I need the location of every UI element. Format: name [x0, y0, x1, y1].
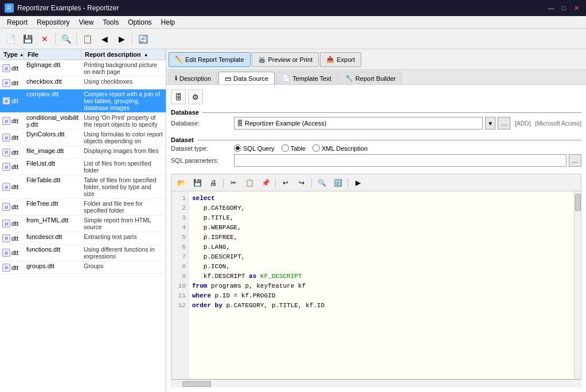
sql-separator-3	[311, 178, 312, 187]
database-section: Database Database: 🗄 Reportizer Example …	[171, 109, 581, 132]
tab-template-text[interactable]: 📄 Template Text	[276, 72, 338, 84]
title-bar: R Reportizer Examples - Reportizer — □ ✕	[0, 0, 586, 16]
tab-report-builder[interactable]: 🔧 Report Builder	[339, 72, 402, 84]
list-item[interactable]: ddtt DynColors.dtt Using formulas to col…	[0, 130, 166, 146]
forward-button[interactable]: ▶	[114, 31, 130, 47]
list-item[interactable]: ddtt groups.dtt Groups	[0, 261, 166, 274]
sql-params-btn[interactable]: …	[569, 154, 581, 167]
list-item[interactable]: ddtt BgImage.dtt Printing background pic…	[0, 60, 166, 77]
new-button[interactable]: 📄	[2, 31, 18, 47]
dtt-icon: d	[2, 148, 10, 156]
copy-button[interactable]: 📋	[79, 31, 95, 47]
sql-redo-button[interactable]: ↪	[294, 177, 309, 189]
delete-button[interactable]: ✕	[37, 31, 53, 47]
scrollbar-thumb[interactable]	[575, 194, 581, 211]
dtt-icon: d	[2, 64, 10, 72]
list-item[interactable]: ddtt funcdescr.dtt Extracting text parts	[0, 232, 166, 245]
app-icon: R	[5, 3, 14, 13]
file-list: ddtt BgImage.dtt Printing background pic…	[0, 60, 166, 392]
sql-cut-button[interactable]: ✂	[226, 177, 241, 189]
back-button[interactable]: ◀	[96, 31, 112, 47]
database-combo[interactable]: 🗄 Reportizer Example (Access)	[234, 117, 483, 130]
preview-print-button[interactable]: 🖨️ Preview or Print	[252, 52, 319, 67]
sql-params-input[interactable]	[234, 154, 567, 167]
list-item[interactable]: ddtt file_image.dtt Displaying images fr…	[0, 146, 166, 159]
db-settings-button[interactable]: ⚙	[188, 89, 203, 104]
sql-find-button[interactable]: 🔍	[314, 177, 329, 189]
menu-help[interactable]: Help	[157, 17, 180, 28]
db-connect-button[interactable]: 🗄	[171, 89, 186, 104]
dtt-icon: d	[2, 117, 10, 125]
left-panel: Type ▲ File Report description ▲ ddtt Bg…	[0, 49, 166, 392]
dtt-icon: d	[2, 234, 10, 242]
main-toolbar: 📄 💾 ✕ 🔍 📋 ◀ ▶ 🔄	[0, 29, 586, 49]
edit-report-template-button[interactable]: ✏️ Edit Report Template	[169, 52, 251, 67]
radio-xml[interactable]: XML Description	[312, 144, 368, 152]
sql-open-button[interactable]: 📂	[174, 177, 189, 189]
tab-bar: ℹ Description 🗃 Data Source 📄 Template T…	[166, 70, 586, 85]
menu-repository[interactable]: Repository	[32, 17, 74, 28]
vertical-scrollbar[interactable]	[574, 191, 581, 379]
sql-paste-button[interactable]: 📌	[258, 177, 273, 189]
menu-bar: Report Repository View Tools Options Hel…	[0, 16, 586, 29]
db-icon: 🗄	[237, 120, 245, 127]
database-section-title: Database	[171, 109, 581, 116]
sql-undo-button[interactable]: ↩	[278, 177, 293, 189]
dtt-icon: d	[2, 134, 10, 142]
maximize-button[interactable]: □	[558, 3, 569, 13]
right-panel: ✏️ Edit Report Template 🖨️ Preview or Pr…	[166, 49, 586, 392]
close-button[interactable]: ✕	[571, 3, 581, 13]
type-column-header[interactable]: Type ▲	[0, 49, 24, 60]
menu-report[interactable]: Report	[2, 17, 32, 28]
sql-editor-toolbar: 📂 💾 🖨 ✂ 📋 📌 ↩ ↪ 🔍 🔠 ▶	[171, 174, 581, 191]
file-column-header[interactable]: File	[24, 49, 81, 60]
sql-content[interactable]: select p.CATEGORY, p.TITLE, p.WEBPAGE, p…	[189, 191, 574, 379]
info-icon: ℹ	[175, 75, 177, 82]
ms-label: [Microsoft Access]	[535, 120, 581, 127]
radio-sql-query[interactable]: SQL Query	[234, 144, 275, 152]
list-item[interactable]: ddtt functions.dtt Using different funct…	[0, 245, 166, 261]
sql-replace-button[interactable]: 🔠	[330, 177, 345, 189]
type-sort-arrow: ▲	[19, 52, 24, 57]
dataset-radio-group: SQL Query Table XML Description	[234, 144, 368, 152]
tab-data-source[interactable]: 🗃 Data Source	[218, 72, 275, 84]
database-extra-btn[interactable]: …	[498, 117, 510, 130]
sql-params-row: SQL parameters: …	[171, 154, 581, 167]
refresh-button[interactable]: 🔄	[135, 31, 151, 47]
list-item[interactable]: ddtt FileList.dtt List of files from spe…	[0, 159, 166, 175]
dataset-section: Dataset Dataset type: SQL Query Table	[171, 136, 581, 169]
menu-options[interactable]: Options	[123, 17, 156, 28]
horizontal-scrollbar[interactable]	[171, 379, 581, 387]
save-button[interactable]: 💾	[19, 31, 36, 47]
sql-copy-button[interactable]: 📋	[242, 177, 257, 189]
list-item[interactable]: ddtt FileTree.dtt Folder and file tree f…	[0, 199, 166, 215]
h-scrollbar-thumb[interactable]	[182, 381, 211, 387]
sql-execute-button[interactable]: ▶	[350, 177, 365, 189]
search-button[interactable]: 🔍	[58, 31, 74, 47]
radio-table[interactable]: Table	[282, 144, 306, 152]
sql-separator-1	[223, 178, 224, 187]
list-item[interactable]: ddtt FileTable.dtt Table of files from s…	[0, 175, 166, 199]
window-controls[interactable]: — □ ✕	[546, 3, 581, 13]
sql-params-label: SQL parameters:	[171, 157, 234, 164]
sql-save-button[interactable]: 💾	[190, 177, 205, 189]
dtt-icon: d	[2, 163, 10, 171]
sql-print-button[interactable]: 🖨	[206, 177, 221, 189]
list-item[interactable]: ddtt from_HTML.dtt Simple report from HT…	[0, 215, 166, 232]
list-item[interactable]: ddtt checkbox.dtt Using checkboxes	[0, 77, 166, 89]
doc-icon: 📄	[282, 75, 290, 82]
list-item[interactable]: ddtt complex.dtt Complex report with a j…	[0, 89, 166, 113]
desc-column-header[interactable]: Report description ▲	[81, 49, 166, 60]
database-combo-value: 🗄 Reportizer Example (Access)	[237, 120, 327, 127]
database-dropdown-btn[interactable]: ▼	[485, 117, 495, 130]
print-icon: 🖨️	[258, 56, 266, 63]
export-button[interactable]: 📤 Export	[320, 52, 361, 67]
tab-description[interactable]: ℹ Description	[169, 72, 217, 84]
dtt-icon: d	[2, 79, 10, 87]
menu-tools[interactable]: Tools	[98, 17, 123, 28]
sql-editor[interactable]: 12345 678910 1112 select p.CATEGORY, p.T…	[171, 191, 581, 379]
menu-view[interactable]: View	[74, 17, 98, 28]
builder-icon: 🔧	[345, 75, 353, 82]
minimize-button[interactable]: —	[546, 3, 556, 13]
list-item[interactable]: ddtt conditional_visibility.dtt Using 'O…	[0, 113, 166, 130]
